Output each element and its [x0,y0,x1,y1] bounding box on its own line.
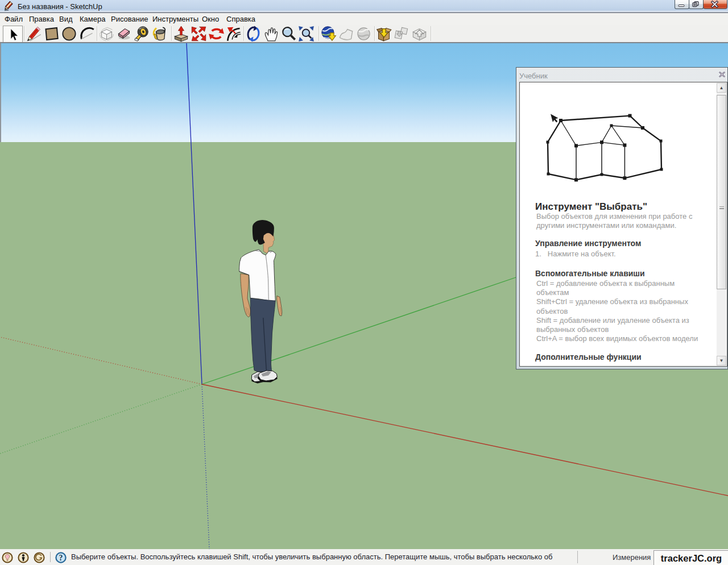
svg-text:?: ? [59,554,63,562]
